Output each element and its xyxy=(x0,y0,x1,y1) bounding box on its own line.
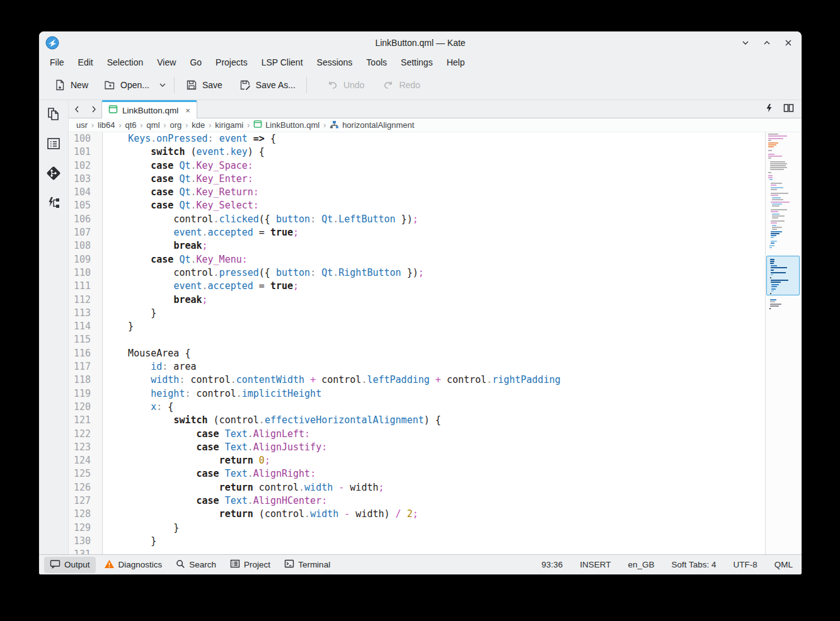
project-panel-button[interactable]: Project xyxy=(224,557,276,573)
title-bar[interactable]: LinkButton.qml — Kate xyxy=(39,31,802,54)
code-line: 122 case Text.AlignLeft: xyxy=(69,428,765,441)
code-line: 121 switch (control.effectiveHorizontalA… xyxy=(69,414,765,427)
minimap-bar xyxy=(770,301,775,302)
minimap-bar xyxy=(768,140,771,141)
documents-panel-button[interactable] xyxy=(44,106,63,125)
quick-open-icon[interactable] xyxy=(765,103,773,115)
minimap-bar xyxy=(771,280,788,281)
desktop-background: LinkButton.qml — Kate File Edit Selectio… xyxy=(0,0,840,621)
lsp-symbol-outline-icon xyxy=(45,195,62,214)
minimap-bar xyxy=(771,209,787,210)
breadcrumb-segment[interactable]: usr xyxy=(76,120,88,130)
breadcrumb-segment[interactable]: org xyxy=(170,120,182,130)
undo-icon xyxy=(326,79,339,91)
code-line: 106 control.clicked({ button: Qt.LeftBut… xyxy=(69,213,765,226)
diagnostics-panel-button[interactable]: Diagnostics xyxy=(98,557,168,573)
minimap-bar xyxy=(768,135,787,137)
minimap-bar xyxy=(770,304,781,305)
menu-sessions[interactable]: Sessions xyxy=(310,55,360,69)
terminal-icon xyxy=(284,559,294,570)
menu-projects[interactable]: Projects xyxy=(209,55,255,69)
breadcrumb-segment[interactable]: kirigami xyxy=(215,120,243,130)
code-line: 120 x: { xyxy=(69,401,765,414)
git-icon xyxy=(45,164,62,185)
breadcrumb-symbol[interactable]: horizontalAlignment xyxy=(330,120,414,130)
cursor-position[interactable]: 93:36 xyxy=(541,560,563,569)
code-line: 101 switch (event.key) { xyxy=(69,145,765,159)
lsp-symbols-panel-button[interactable] xyxy=(44,195,63,214)
warning-icon xyxy=(104,559,115,571)
dictionary[interactable]: en_GB xyxy=(628,560,654,569)
minimap-bar xyxy=(770,293,771,294)
minimap-bar xyxy=(770,163,787,164)
tab-linkbutton-qml[interactable]: LinkButton.qml × xyxy=(101,100,197,118)
breadcrumb-separator: › xyxy=(141,121,143,130)
symbols-panel-button[interactable] xyxy=(44,135,63,154)
minimap-bar xyxy=(768,150,772,151)
minimap-bar xyxy=(768,177,773,178)
minimap-bar xyxy=(771,195,778,196)
menu-settings[interactable]: Settings xyxy=(394,55,440,69)
menu-help[interactable]: Help xyxy=(440,55,472,69)
minimize-icon[interactable] xyxy=(740,37,751,48)
maximize-icon[interactable] xyxy=(761,37,773,48)
minimap-bar xyxy=(770,165,786,166)
split-view-icon[interactable] xyxy=(783,103,794,115)
menu-view[interactable]: View xyxy=(150,55,183,69)
line-number: 126 xyxy=(69,481,103,494)
breadcrumb-segment[interactable]: kde xyxy=(192,120,205,130)
breadcrumb-separator: › xyxy=(185,121,188,130)
code-line: 102 case Qt.Key_Space: xyxy=(69,159,765,173)
window-title: LinkButton.qml — Kate xyxy=(39,38,802,48)
line-number: 112 xyxy=(69,293,103,307)
kate-app-icon xyxy=(45,36,59,50)
minimap-bar xyxy=(771,242,774,244)
breadcrumb-file[interactable]: LinkButton.qml xyxy=(253,120,319,130)
output-panel-button[interactable]: Output xyxy=(44,557,96,573)
save-as-button[interactable]: Save As... xyxy=(233,74,301,96)
minimap-bar xyxy=(768,144,776,145)
breadcrumb-segment[interactable]: qml xyxy=(147,120,160,130)
line-number: 102 xyxy=(69,159,103,173)
code-line: 113 } xyxy=(69,307,765,320)
minimap-bar xyxy=(771,187,783,188)
menu-lsp-client[interactable]: LSP Client xyxy=(255,55,310,69)
terminal-panel-button[interactable]: Terminal xyxy=(279,557,336,573)
minimap-bar xyxy=(771,274,773,275)
syntax-highlight-mode[interactable]: QML xyxy=(774,560,793,569)
minimap-bar xyxy=(771,267,787,268)
search-icon xyxy=(176,559,185,571)
tab-close-icon[interactable]: × xyxy=(183,106,190,115)
line-number: 100 xyxy=(69,132,103,145)
save-button[interactable]: Save xyxy=(180,74,228,96)
code-area[interactable]: 100 Keys.onPressed: event => {101 switch… xyxy=(69,132,765,554)
close-icon[interactable] xyxy=(783,37,794,48)
open-recent-dropdown[interactable] xyxy=(156,77,169,93)
search-panel-button[interactable]: Search xyxy=(170,557,222,573)
encoding[interactable]: UTF-8 xyxy=(733,560,757,569)
input-mode[interactable]: INSERT xyxy=(580,560,611,569)
breadcrumb-segment[interactable]: qt6 xyxy=(125,120,137,130)
redo-icon xyxy=(382,79,394,91)
menu-edit[interactable]: Edit xyxy=(71,55,100,69)
minimap-bar xyxy=(768,172,771,173)
git-panel-button[interactable] xyxy=(44,165,63,184)
minimap-bar xyxy=(772,205,780,207)
tab-settings[interactable]: Soft Tabs: 4 xyxy=(671,560,716,569)
line-number: 106 xyxy=(69,213,103,226)
line-number: 109 xyxy=(69,253,103,266)
redo-button[interactable]: Redo xyxy=(376,74,425,96)
new-button[interactable]: New xyxy=(48,74,94,96)
breadcrumb-segment[interactable]: lib64 xyxy=(98,120,115,130)
forward-icon[interactable] xyxy=(85,100,101,118)
menu-go[interactable]: Go xyxy=(183,55,209,69)
tab-label: LinkButton.qml xyxy=(122,106,178,115)
back-icon[interactable] xyxy=(69,100,85,118)
undo-button[interactable]: Undo xyxy=(321,74,370,96)
open-button[interactable]: Open... xyxy=(98,74,155,96)
minimap-scrollbar[interactable] xyxy=(765,132,802,554)
menu-tools[interactable]: Tools xyxy=(359,55,394,69)
code-line: 123 case Text.AlignJustify: xyxy=(69,441,765,454)
menu-selection[interactable]: Selection xyxy=(100,55,151,69)
menu-file[interactable]: File xyxy=(43,55,71,69)
